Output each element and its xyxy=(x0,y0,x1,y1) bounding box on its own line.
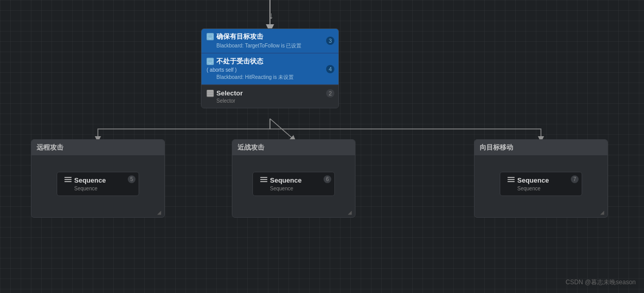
right-sequence-node[interactable]: Sequence Sequence 7 xyxy=(500,172,582,196)
right-container-node[interactable]: 向目标移动 Sequence Sequence 7 ◢ xyxy=(474,139,608,218)
condition-1-number: 3 xyxy=(326,37,334,45)
right-seq-title: Sequence xyxy=(507,176,574,185)
svg-rect-13 xyxy=(207,94,213,96)
center-container-header: 近战攻击 xyxy=(232,140,355,155)
left-container-node[interactable]: 远程攻击 Sequence Sequence 5 ◢ xyxy=(31,139,165,218)
main-selector-node[interactable]: 确保有目标攻击 Blackboard: TargetToFollow is 已设… xyxy=(201,28,339,108)
selector-icon xyxy=(207,90,214,97)
left-sequence-icon xyxy=(64,176,72,185)
center-seq-number: 6 xyxy=(324,175,331,183)
condition-block-2[interactable]: 不处于受击状态 ( aborts self ) Blackboard: HitR… xyxy=(201,53,338,85)
svg-rect-15 xyxy=(64,179,72,180)
selector-title: Selector xyxy=(207,89,333,97)
left-seq-subtitle: Sequence xyxy=(74,186,131,191)
left-container-header: 远程攻击 xyxy=(31,140,164,155)
condition-block-1[interactable]: 确保有目标攻击 Blackboard: TargetToFollow is 已设… xyxy=(201,29,338,53)
right-sequence-icon xyxy=(507,176,515,185)
svg-rect-16 xyxy=(64,181,72,182)
right-container-header: 向目标移动 xyxy=(474,140,607,155)
selector-number: 2 xyxy=(326,89,334,97)
center-resize-corner: ◢ xyxy=(348,209,352,215)
condition-2-subtitle: Blackboard: HitReacting is 未设置 xyxy=(216,74,333,81)
entry-arrow: ↓ xyxy=(269,10,274,21)
center-sequence-node[interactable]: Sequence Sequence 6 xyxy=(252,172,335,196)
svg-rect-18 xyxy=(260,179,267,180)
svg-rect-21 xyxy=(507,179,515,180)
condition-1-subtitle: Blackboard: TargetToFollow is 已设置 xyxy=(216,42,333,50)
svg-rect-20 xyxy=(507,177,515,178)
condition-2-number: 4 xyxy=(326,65,334,73)
center-container-body: Sequence Sequence 6 xyxy=(232,155,355,217)
center-container-node[interactable]: 近战攻击 Sequence Sequence 6 ◢ xyxy=(232,139,355,218)
center-seq-title: Sequence xyxy=(260,176,327,185)
svg-rect-17 xyxy=(260,177,267,178)
center-sequence-icon xyxy=(260,176,267,185)
behavior-tree-canvas[interactable]: ↓ 确保有目标攻击 Blackboard: TargetToFollow is … xyxy=(0,0,644,293)
svg-rect-14 xyxy=(64,177,72,178)
left-resize-corner: ◢ xyxy=(157,209,161,215)
condition-2-title: 不处于受击状态 xyxy=(207,57,333,66)
monitor-icon-2 xyxy=(207,58,214,65)
svg-rect-19 xyxy=(260,181,267,182)
right-resize-corner: ◢ xyxy=(600,209,604,215)
left-seq-number: 5 xyxy=(128,175,135,183)
condition-2-aborts: ( aborts self ) xyxy=(207,67,333,73)
selector-block[interactable]: Selector Selector 2 xyxy=(201,85,338,108)
svg-line-1 xyxy=(270,119,294,139)
watermark: CSDN @暮志未晚season xyxy=(566,278,636,287)
right-container-body: Sequence Sequence 7 xyxy=(474,155,607,217)
svg-rect-5 xyxy=(208,35,213,38)
left-sequence-node[interactable]: Sequence Sequence 5 xyxy=(57,172,139,196)
right-seq-subtitle: Sequence xyxy=(517,186,574,191)
center-seq-subtitle: Sequence xyxy=(270,186,327,191)
condition-1-title: 确保有目标攻击 xyxy=(207,32,333,41)
monitor-icon-1 xyxy=(207,33,214,40)
right-seq-number: 7 xyxy=(571,175,579,183)
svg-rect-12 xyxy=(207,92,213,94)
left-seq-title: Sequence xyxy=(64,176,131,185)
svg-rect-22 xyxy=(507,181,515,182)
selector-subtitle: Selector xyxy=(216,98,333,104)
svg-rect-8 xyxy=(208,59,213,63)
svg-rect-11 xyxy=(207,90,213,92)
left-container-body: Sequence Sequence 5 xyxy=(31,155,164,217)
